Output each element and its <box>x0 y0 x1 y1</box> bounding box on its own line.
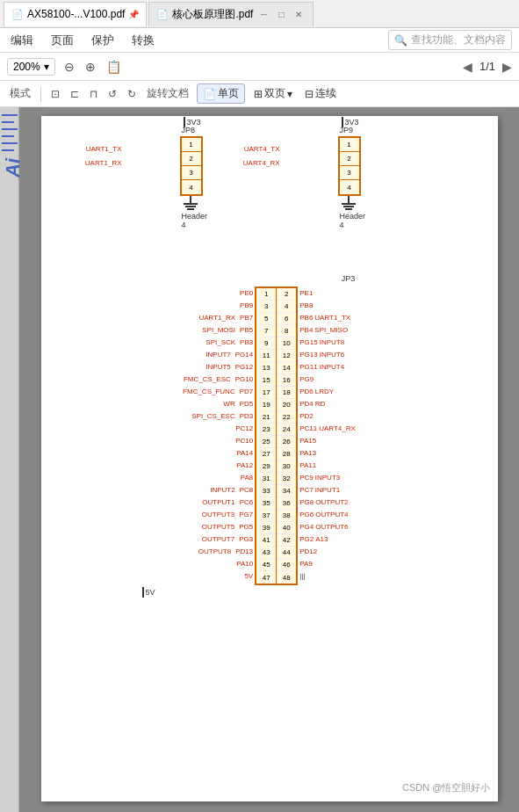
jp3-connector-box: 1 3 5 7 9 11 13 15 17 19 21 23 2 <box>255 286 298 585</box>
jp3-pin-12: 12 <box>277 350 296 362</box>
double-page-label: 双页 <box>264 86 285 101</box>
jp3-pin-37: 37 <box>256 510 276 522</box>
jp3-ls-13: PC10 <box>235 437 253 445</box>
jp3-pin-4: 4 <box>277 301 296 313</box>
jp8-pin4: 4 <box>182 180 201 194</box>
jp3-section: JP3 PE0 PB9 UART1_RX PB7 <box>46 274 494 598</box>
jp3-pin-46: 46 <box>277 559 296 571</box>
jp3-ls-10a: WR <box>223 400 234 408</box>
jp3-ls-17a: INPUT2 <box>210 486 234 494</box>
menu-edit[interactable]: 编辑 <box>7 31 37 50</box>
jp3-even-pins: 2 4 6 8 10 12 14 16 18 20 22 24 <box>277 288 296 584</box>
jp3-right-row-6: PG13 INPUT6 <box>299 348 356 360</box>
jp3-right-row-1: PE1 <box>299 286 356 299</box>
jp3-rs-10a: PD4 <box>299 400 314 408</box>
jp9-pin1: 1 <box>340 138 359 152</box>
continuous-label: 连续 <box>315 86 336 101</box>
jp3-right-row-5: PG15 INPUT8 <box>299 336 356 348</box>
page-nav: ◀ 1/1 ▶ <box>463 60 512 74</box>
jp3-rs-20b: OUTPUT6 <box>315 523 348 531</box>
rotate-label[interactable]: 旋转文档 <box>144 84 191 103</box>
jp3-ls-23: PA10 <box>236 560 253 568</box>
jp3-right-row-15: PA11 <box>299 459 356 471</box>
zoom-in-btn[interactable]: ⊕ <box>83 58 97 76</box>
jp3-rs-6b: INPUT6 <box>320 351 344 359</box>
jp3-rs-3b: UART1_TX <box>314 314 350 322</box>
mode-btn[interactable]: 模式 <box>7 84 33 103</box>
search-box[interactable]: 🔍 查找功能、文档内容 <box>388 30 512 50</box>
tab-schematic[interactable]: 📄 核心板原理图.pdf ─ □ ✕ <box>148 2 314 26</box>
next-page-btn[interactable]: ▶ <box>502 60 512 74</box>
divider1 <box>40 86 41 102</box>
jp3-ls-16: PA8 <box>241 474 254 482</box>
jp3-left-row-24: 5V <box>183 569 253 582</box>
jp3-pin-38: 38 <box>277 510 296 522</box>
jp3-ls-11b: PD3 <box>240 412 254 420</box>
view-single-btn[interactable]: 📄 单页 <box>197 83 245 104</box>
zoom-out-btn[interactable]: ⊖ <box>62 58 76 76</box>
jp3-pin-40: 40 <box>277 522 296 534</box>
jp3-left-row-14: PA14 <box>183 446 253 459</box>
jp3-ls-4b: PB5 <box>240 326 253 334</box>
minimize-btn[interactable]: ─ <box>256 7 270 21</box>
close-btn[interactable]: ✕ <box>292 7 306 21</box>
jp3-rs-18b: OUTPUT2 <box>315 498 348 506</box>
prev-page-btn[interactable]: ◀ <box>463 60 472 74</box>
tab-ax58100[interactable]: 📄 AX58100-...V100.pdf 📌 <box>4 2 147 26</box>
jp3-ls-8a: FMC_CS_ESC <box>184 375 231 383</box>
view-double-btn[interactable]: ⊞ 双页 ▾ <box>250 84 296 103</box>
toolbar: 200% ▾ ⊖ ⊕ 📋 ◀ 1/1 ▶ <box>0 53 519 81</box>
jp3-rs-3a: PB6 <box>299 314 313 322</box>
menu-page[interactable]: 页面 <box>47 31 77 50</box>
jp9-gnd-stem <box>348 196 350 203</box>
jp3-rs-21b: A13 <box>315 535 328 543</box>
jp3-ls-7b: PG12 <box>235 363 253 371</box>
window-controls: ─ □ ✕ <box>256 7 306 21</box>
jp3-ls-3b: PB7 <box>240 314 253 322</box>
jp3-pin-24: 24 <box>277 424 296 436</box>
jp9-pin2: 2 <box>340 152 359 166</box>
continuous-icon: ⊟ <box>305 88 314 100</box>
jp3-pin-14: 14 <box>277 362 296 374</box>
jp3-5v-text: 5V <box>146 588 155 597</box>
search-placeholder: 查找功能、文档内容 <box>411 33 506 47</box>
jp3-pin-44: 44 <box>277 547 296 559</box>
jp3-rs-9a: PD6 <box>299 388 314 395</box>
jp3-rs-24-symbol: ||| <box>299 572 305 580</box>
jp3-right-row-20: PG4 OUTPUT6 <box>299 520 356 533</box>
jp3-rs-16a: PC9 <box>299 474 314 482</box>
jp3-pin-42: 42 <box>277 534 296 547</box>
jp3-right-row-3: PB6 UART1_TX <box>299 311 356 323</box>
jp9-gnd-l3 <box>345 208 352 210</box>
jp3-rs-4b: SPI_MISO <box>314 326 348 334</box>
accent-line-3 <box>2 128 18 130</box>
maximize-btn[interactable]: □ <box>274 7 288 21</box>
menu-convert[interactable]: 转换 <box>128 31 158 50</box>
menu-protect[interactable]: 保护 <box>88 31 118 50</box>
jp3-pin-16: 16 <box>277 374 296 387</box>
jp3-rs-7b: INPUT4 <box>320 363 344 371</box>
sidebar-accents <box>0 111 18 155</box>
zoom-value: 200% <box>13 61 40 73</box>
pdf-canvas[interactable]: 3V3 JP8 UART1_TX UART1_RX 1 2 3 <box>19 107 519 812</box>
zoom-selector[interactable]: 200% ▾ <box>7 58 55 76</box>
jp3-rs-2: PB8 <box>299 301 313 309</box>
jp8-pin2: 2 <box>182 152 201 166</box>
accent-line-4 <box>2 135 14 137</box>
jp3-rs-13: PA15 <box>299 437 316 445</box>
jp3-right-row-10: PD4 RD <box>299 397 356 410</box>
jp3-pin-8: 8 <box>277 325 296 337</box>
jp3-ls-4a: SPI_MOSI <box>202 326 235 334</box>
jp3-pin-28: 28 <box>277 448 296 460</box>
jp3-left-row-5: SPI_SCK PB3 <box>183 336 253 348</box>
jp3-title-label: JP3 <box>204 274 494 283</box>
jp3-pin-2: 2 <box>277 288 296 301</box>
jp8-gnd <box>184 196 198 210</box>
jp3-ls-21a: OUTPUT7 <box>202 535 234 543</box>
file-icon[interactable]: 📋 <box>105 58 123 76</box>
double-page-arrow: ▾ <box>287 88 292 100</box>
jp3-5v-label: 5V <box>142 587 494 598</box>
jp3-rs-8: PG9 <box>299 375 314 383</box>
view-continuous-btn[interactable]: ⊟ 连续 <box>301 84 340 103</box>
pdf-page: 3V3 JP8 UART1_TX UART1_RX 1 2 3 <box>41 116 498 801</box>
